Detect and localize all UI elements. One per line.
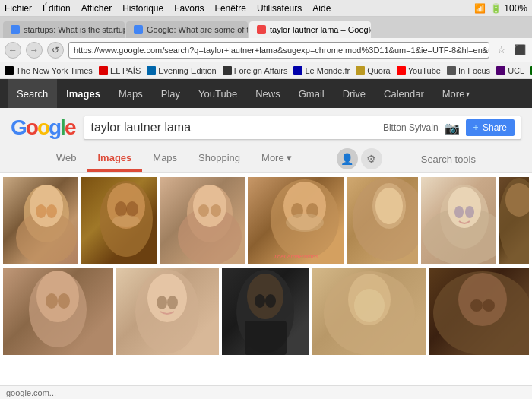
- image-cell-1-1[interactable]: [3, 177, 78, 264]
- search-query[interactable]: taylor lautner lama: [90, 121, 382, 135]
- gnav-search[interactable]: Search: [8, 79, 57, 108]
- tab-1[interactable]: startups: What is the startup...: [3, 21, 125, 38]
- image-cell-1-6[interactable]: [421, 177, 496, 264]
- image-svg-1-1: [3, 177, 78, 264]
- url-text: https://www.google.com/search?q=taylor+l…: [74, 46, 489, 55]
- svg-point-22: [375, 188, 403, 224]
- image-svg-1-4: [248, 177, 344, 264]
- bm-ucl-icon: [496, 66, 505, 75]
- image-svg-1-2: [81, 177, 158, 264]
- image-cell-1-4[interactable]: TheLamaRamos: [248, 177, 344, 264]
- bm-foreign[interactable]: Foreign Affairs: [223, 66, 288, 75]
- image-overlay-text: TheLamaRamos: [274, 253, 318, 260]
- search-box[interactable]: taylor lautner lama Bitton Sylvain 📷 + S…: [84, 116, 521, 140]
- svg-point-35: [147, 274, 187, 322]
- svg-point-19: [286, 214, 324, 232]
- search-box-right: Bitton Sylvain 📷 + Share: [383, 119, 515, 136]
- image-cell-1-3[interactable]: [160, 177, 244, 264]
- gnav-images[interactable]: Images: [57, 79, 109, 108]
- image-cell-2-1[interactable]: [3, 268, 113, 355]
- search-header: Google taylor lautner lama Bitton Sylvai…: [0, 116, 532, 140]
- image-cell-2-2[interactable]: [116, 268, 219, 355]
- bm-ucl[interactable]: UCL: [496, 66, 524, 75]
- gnav-news[interactable]: News: [246, 79, 290, 108]
- image-cell-2-3[interactable]: [222, 268, 309, 355]
- addr-actions: ☆ ⬛: [494, 43, 527, 58]
- svg-point-26: [454, 206, 464, 218]
- image-cell-1-2[interactable]: [81, 177, 158, 264]
- bm-quora-icon: [356, 66, 365, 75]
- bm-lemonde[interactable]: Le Monde.fr: [293, 66, 350, 75]
- menu-fenetre[interactable]: Fenêtre: [215, 3, 246, 14]
- svg-point-37: [167, 296, 178, 309]
- svg-point-13: [198, 204, 209, 217]
- svg-point-2: [30, 185, 63, 227]
- stab-maps[interactable]: Maps: [142, 146, 188, 172]
- url-bar[interactable]: https://www.google.com/search?q=taylor+l…: [68, 42, 489, 59]
- bm-quora[interactable]: Quora: [356, 66, 391, 75]
- bm-elpais[interactable]: EL PAÍS: [99, 66, 141, 75]
- bm-youtube[interactable]: YouTube: [397, 66, 441, 75]
- menu-afficher[interactable]: Afficher: [81, 3, 112, 14]
- svg-point-41: [265, 294, 276, 308]
- stab-shopping[interactable]: Shopping: [188, 146, 251, 172]
- bookmark-icon[interactable]: ☆: [494, 43, 509, 58]
- search-tabs: Web Images Maps Shopping More ▾ 👤 ⚙ Sear…: [0, 146, 532, 172]
- address-bar: ← → ↺ https://www.google.com/search?q=ta…: [0, 38, 532, 62]
- wifi-icon: 📶: [474, 3, 486, 14]
- forward-button[interactable]: →: [26, 42, 43, 59]
- menu-aide[interactable]: Aide: [312, 3, 331, 14]
- gnav-maps[interactable]: Maps: [109, 79, 152, 108]
- svg-point-45: [354, 289, 385, 322]
- gnav-youtube[interactable]: YouTube: [189, 79, 246, 108]
- bm-infocus[interactable]: In Focus: [447, 66, 490, 75]
- menu-historique[interactable]: Historique: [122, 3, 163, 14]
- back-button[interactable]: ←: [5, 42, 21, 59]
- tab-3[interactable]: taylor lautner lama – Google...: [249, 21, 371, 38]
- status-url: google.com...: [6, 388, 56, 397]
- image-cell-2-4[interactable]: [312, 268, 426, 355]
- menu-favoris[interactable]: Favoris: [174, 3, 204, 14]
- camera-icon[interactable]: 📷: [445, 121, 460, 135]
- tab-2[interactable]: Google: What are some of th...: [126, 21, 248, 38]
- image-cell-1-5[interactable]: [347, 177, 418, 264]
- image-svg-1-5: [347, 177, 418, 264]
- svg-point-48: [470, 299, 483, 312]
- refresh-button[interactable]: ↺: [47, 42, 64, 59]
- stab-more[interactable]: More ▾: [251, 146, 302, 172]
- image-svg-2-1: [3, 268, 113, 355]
- gnav-gmail[interactable]: Gmail: [290, 79, 334, 108]
- svg-point-4: [46, 204, 57, 218]
- svg-point-27: [465, 206, 474, 218]
- search-tools-button[interactable]: Search tools: [410, 147, 486, 171]
- bookmarks-bar: The New York Times EL PAÍS Evening Editi…: [0, 62, 532, 79]
- stab-images[interactable]: Images: [87, 146, 143, 172]
- bm-evening[interactable]: Evening Edition: [147, 66, 216, 75]
- svg-point-8: [126, 201, 138, 217]
- image-cell-2-5[interactable]: [429, 268, 529, 355]
- image-cell-1-7[interactable]: [499, 177, 529, 264]
- battery-icon: 🔋 100%: [490, 3, 527, 14]
- tab-favicon-3: [257, 25, 266, 34]
- image-svg-1-7: [499, 177, 529, 264]
- gnav-drive[interactable]: Drive: [334, 79, 375, 108]
- image-svg-2-3: [222, 268, 309, 355]
- bm-elpais-icon: [99, 66, 108, 75]
- svg-point-32: [46, 293, 58, 309]
- menu-edition[interactable]: Édition: [43, 3, 71, 14]
- star-icon[interactable]: ⬛: [512, 43, 527, 58]
- menu-fichier[interactable]: Fichier: [5, 3, 32, 14]
- settings-icon[interactable]: ⚙: [361, 148, 382, 169]
- gnav-more[interactable]: More ▾: [433, 79, 480, 108]
- google-logo: Google: [11, 116, 74, 140]
- menu-utilisateurs[interactable]: Utilisateurs: [257, 3, 302, 14]
- gnav-calendar[interactable]: Calendar: [375, 79, 433, 108]
- gnav-play[interactable]: Play: [152, 79, 189, 108]
- profile-icon[interactable]: 👤: [337, 148, 358, 169]
- bm-nyt[interactable]: The New York Times: [5, 66, 93, 75]
- status-bar: google.com...: [0, 385, 532, 399]
- share-button[interactable]: + Share: [466, 119, 515, 136]
- bm-lemonde-icon: [293, 66, 302, 75]
- stab-web[interactable]: Web: [46, 146, 87, 172]
- image-svg-1-6: [421, 177, 496, 264]
